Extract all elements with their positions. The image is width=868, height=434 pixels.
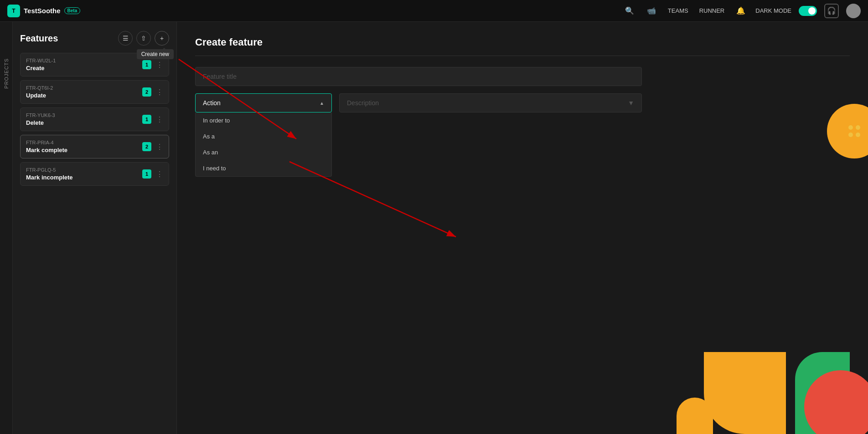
- feature-menu-3[interactable]: ⋮: [156, 115, 163, 124]
- description-dropdown[interactable]: Description ▼: [339, 93, 642, 112]
- feature-name-4: Mark complete: [26, 147, 67, 153]
- feature-id-1: FTR-WU2L-1: [26, 58, 56, 63]
- app-logo[interactable]: T TestSoothe Beta: [7, 5, 80, 17]
- description-arrow-icon: ▼: [628, 99, 634, 107]
- feature-badge-3: 1: [142, 115, 151, 124]
- feature-badge-5: 1: [142, 169, 151, 179]
- feature-item-2[interactable]: FTR-QT6I-2 Update 2 ⋮: [20, 80, 169, 104]
- logo-icon: T: [7, 5, 20, 17]
- projects-sidebar: PROJECTS: [0, 22, 13, 434]
- feature-list: FTR-WU2L-1 Create 1 ⋮ FTR-QT6I-2 Update …: [20, 53, 169, 186]
- feature-title-row: [195, 67, 642, 86]
- feature-item-5[interactable]: FTR-PGLQ-5 Mark incomplete 1 ⋮: [20, 162, 169, 186]
- deco-circle-orange: [827, 104, 868, 158]
- features-header: Features ☰ ⇧ + Create new: [20, 31, 169, 46]
- main-content: Create feature Action ▲ In order to As a…: [177, 22, 868, 434]
- feature-id-2: FTR-QT6I-2: [26, 85, 53, 91]
- feature-name-1: Create: [26, 65, 56, 71]
- topnav: T TestSoothe Beta 🔍 📹 TEAMS RUNNER 🔔 DAR…: [0, 0, 868, 22]
- dropdown-option-3[interactable]: As an: [196, 144, 331, 160]
- deco-shape-bottom-right: [795, 343, 868, 434]
- feature-name-5: Mark incomplete: [26, 174, 73, 181]
- user-avatar[interactable]: [846, 4, 861, 18]
- upload-button[interactable]: ⇧: [136, 31, 151, 46]
- feature-badge-4: 2: [142, 142, 151, 151]
- deco-shape-yellow-small: [677, 398, 713, 434]
- projects-label[interactable]: PROJECTS: [4, 58, 9, 89]
- filter-button[interactable]: ☰: [118, 31, 133, 46]
- feature-title-input[interactable]: [195, 67, 642, 86]
- features-panel: Features ☰ ⇧ + Create new FTR-WU2L-1 Cre…: [13, 22, 177, 434]
- bell-icon[interactable]: 🔔: [734, 4, 748, 18]
- dropdown-option-1[interactable]: In order to: [196, 112, 331, 128]
- teams-nav[interactable]: TEAMS: [666, 7, 690, 14]
- feature-name-2: Update: [26, 92, 53, 99]
- dropdown-option-2[interactable]: As a: [196, 128, 331, 144]
- action-label: Action: [203, 99, 221, 107]
- description-wrapper: Description ▼: [339, 93, 642, 112]
- page-title: Create feature: [195, 36, 850, 56]
- deco-dot-4: [856, 133, 860, 137]
- action-dropdown-trigger[interactable]: Action ▲: [195, 93, 332, 112]
- monitor-icon[interactable]: 📹: [644, 4, 659, 18]
- features-actions: ☰ ⇧ + Create new: [118, 31, 169, 46]
- feature-name-3: Delete: [26, 119, 55, 126]
- deco-dot-2: [856, 125, 860, 130]
- main-layout: PROJECTS Features ☰ ⇧ + Create new FTR-W…: [0, 22, 868, 434]
- feature-id-4: FTR-PRIA-4: [26, 140, 67, 145]
- dropdown-option-4[interactable]: I need to: [196, 160, 331, 176]
- deco-dot-1: [848, 125, 853, 130]
- app-name: TestSoothe: [24, 7, 61, 15]
- runner-nav[interactable]: RUNNER: [698, 7, 727, 14]
- create-new-tooltip: Create new: [137, 49, 174, 59]
- feature-id-5: FTR-PGLQ-5: [26, 167, 73, 173]
- dark-mode-toggle[interactable]: [799, 6, 817, 16]
- deco-dots: [848, 125, 860, 137]
- features-title: Features: [20, 33, 58, 44]
- feature-item-3[interactable]: FTR-YUK6-3 Delete 1 ⋮: [20, 107, 169, 131]
- feature-id-3: FTR-YUK6-3: [26, 112, 55, 118]
- deco-dot-3: [848, 133, 853, 137]
- search-icon[interactable]: 🔍: [622, 4, 637, 18]
- beta-badge: Beta: [64, 7, 81, 14]
- feature-item-4[interactable]: FTR-PRIA-4 Mark complete 2 ⋮: [20, 135, 169, 158]
- create-feature-form: Action ▲ In order to As a As an I need t…: [195, 67, 642, 138]
- feature-menu-1[interactable]: ⋮: [156, 61, 163, 69]
- feature-menu-2[interactable]: ⋮: [156, 88, 163, 97]
- form-row-split: Action ▲ In order to As a As an I need t…: [195, 93, 642, 112]
- dropdown-up-arrow: ▲: [320, 101, 324, 106]
- action-dropdown-wrapper: Action ▲ In order to As a As an I need t…: [195, 93, 332, 112]
- dark-mode-label: DARK MODE: [755, 7, 791, 14]
- deco-shape-yellow: [704, 352, 786, 434]
- action-dropdown-menu: In order to As a As an I need to: [195, 112, 332, 177]
- feature-menu-4[interactable]: ⋮: [156, 143, 163, 151]
- feature-badge-2: 2: [142, 87, 151, 97]
- feature-menu-5[interactable]: ⋮: [156, 170, 163, 179]
- headphone-icon[interactable]: 🎧: [824, 4, 839, 18]
- feature-badge-1: 1: [142, 60, 151, 69]
- add-feature-button[interactable]: +: [155, 31, 169, 46]
- description-placeholder: Description: [347, 99, 379, 107]
